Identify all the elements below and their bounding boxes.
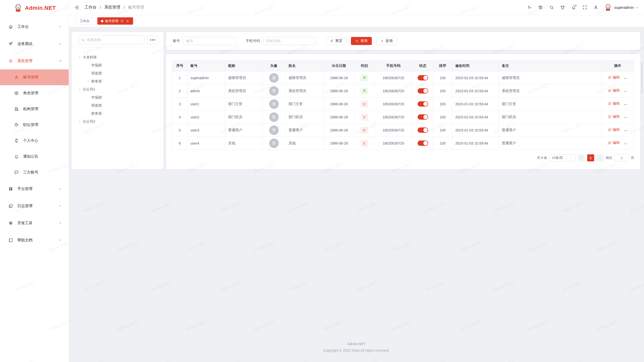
row-more-button[interactable] [624,103,628,107]
chevron-up-icon [59,59,62,63]
edit-icon [608,102,612,105]
search-button[interactable]: 查询 [351,37,372,45]
edit-button[interactable]: 编辑 [608,114,620,119]
breadcrumb-item[interactable]: 系统管理 [104,5,120,10]
tab-workbench[interactable]: 工作台 [75,17,94,25]
next-page-button[interactable] [596,154,603,161]
font-size-button[interactable] [524,2,535,13]
search-button[interactable] [546,2,557,13]
tab-account-management[interactable]: 账号管理 [97,17,133,25]
sidebar-item-position-management[interactable]: 职位管理 [0,117,69,133]
cell-order: 100 [433,111,452,124]
refresh-icon[interactable] [120,19,124,23]
goto-page-input[interactable] [615,154,629,161]
cell-mtime: 2023-01-03 10:59:44 [452,98,499,111]
prev-page-button[interactable] [578,154,585,161]
current-page[interactable]: 1 [587,154,594,161]
edit-button[interactable]: 编辑 [608,141,620,145]
chevron-down-icon [59,187,62,191]
tree-node[interactable]: 分公司2 [78,118,160,126]
theme-button[interactable] [557,2,568,13]
row-more-button[interactable] [624,89,628,94]
chevron-down-icon[interactable] [635,6,639,9]
layout-config-button[interactable] [590,2,601,13]
account-label: 账号 [173,39,180,43]
add-button[interactable]: 新增 [376,37,397,45]
sidebar-item-personal-center[interactable]: 个人中心 [0,133,69,149]
notification-button[interactable] [568,2,579,13]
collapse-sidebar-button[interactable] [73,4,80,11]
status-toggle[interactable] [418,127,428,133]
user-avatar[interactable] [604,4,612,12]
caret-expanded-icon[interactable] [78,56,81,59]
cell-account: user3 [187,124,225,137]
cpu-icon [8,221,13,225]
cell-mtime: 2023-01-03 10:59:44 [452,137,499,150]
cell-index: 4 [172,111,187,124]
footer-copyright: Copyright © 2022 Dilon All rights reserv… [69,348,644,352]
username[interactable]: superadmin [614,5,634,10]
tree-node[interactable]: 分公司1 [78,85,160,94]
row-more-button[interactable] [624,142,628,146]
phone-input[interactable] [263,37,316,45]
sidebar-item-help-docs[interactable]: 帮助文档 [0,232,69,249]
close-icon[interactable] [126,19,129,23]
table-row: 6 user4 其他 其 其他 1986-06-28 女 18020030720… [172,137,634,150]
sidebar-item-workbench[interactable]: 工作台 [0,18,69,35]
account-input[interactable] [183,37,236,45]
sidebar-item-system-management[interactable]: 系统管理 [0,52,69,69]
cell-remark: 普通用户 [499,124,601,137]
cell-name: 部门主管 [286,98,323,111]
row-more-button[interactable] [624,76,628,80]
sidebar-item-log-management[interactable]: 日志管理 [0,197,69,214]
fullscreen-icon [582,5,587,10]
tree-node[interactable]: 研发部 [78,102,160,110]
status-toggle[interactable] [418,141,428,146]
sidebar-item-role-management[interactable]: 角色管理 [0,85,69,101]
scrollbar-thumb[interactable] [641,62,643,94]
edit-button[interactable]: 编辑 [608,75,620,80]
brand-logo[interactable]: Admin.NET [0,0,69,16]
reset-button[interactable]: 重置 [326,37,347,45]
sidebar-item-account-management[interactable]: 账号管理 [0,69,69,85]
tree-node[interactable]: 财务部 [78,77,160,85]
status-toggle[interactable] [418,101,428,107]
notification-badge [575,5,577,7]
status-toggle[interactable] [418,88,428,94]
caret-collapsed-icon[interactable] [78,120,81,123]
row-more-button[interactable] [624,116,628,120]
caret-collapsed-icon[interactable] [87,80,90,83]
org-more-button[interactable]: ●●● [147,35,158,44]
tree-node[interactable]: 大名科技 [78,53,160,61]
status-toggle[interactable] [418,75,428,80]
person-icon [593,5,598,10]
tree-node[interactable]: 财务部 [78,110,160,118]
sidebar-item-third-party-account[interactable]: 三方账号 [0,164,69,180]
edit-button[interactable]: 编辑 [608,101,620,106]
sidebar-item-platform-management[interactable]: 平台管理 [0,180,69,197]
fullscreen-button[interactable] [579,2,590,13]
cell-order: 100 [433,71,452,84]
tree-node[interactable]: 市场部 [78,61,160,69]
sidebar-item-notice[interactable]: 通知公告 [0,149,69,164]
tree-node[interactable]: 研发部 [78,69,160,77]
cell-nickname: 系统管理员 [225,84,262,98]
chevron-down-icon [570,156,573,159]
edit-button[interactable]: 编辑 [608,88,620,93]
sidebar-item-business-test[interactable]: 业务测试 [0,35,69,52]
breadcrumb-item[interactable]: 工作台 [85,5,97,10]
page-size-select[interactable]: 10条/页 [549,154,576,161]
caret-expanded-icon[interactable] [78,88,81,91]
sidebar-item-dev-tools[interactable]: 开发工具 [0,214,69,232]
cell-index: 5 [172,124,187,137]
status-toggle[interactable] [418,114,428,120]
row-more-button[interactable] [624,129,628,133]
font-size-icon [527,5,532,10]
language-button[interactable] [535,2,546,13]
sidebar-item-org-management[interactable]: 机构管理 [0,101,69,117]
phone-label: 手机号码 [246,39,260,43]
toggle-knob [423,128,428,132]
tree-node[interactable]: 市场部 [78,94,160,102]
edit-button[interactable]: 编辑 [608,127,620,132]
org-search-input[interactable] [87,38,141,42]
